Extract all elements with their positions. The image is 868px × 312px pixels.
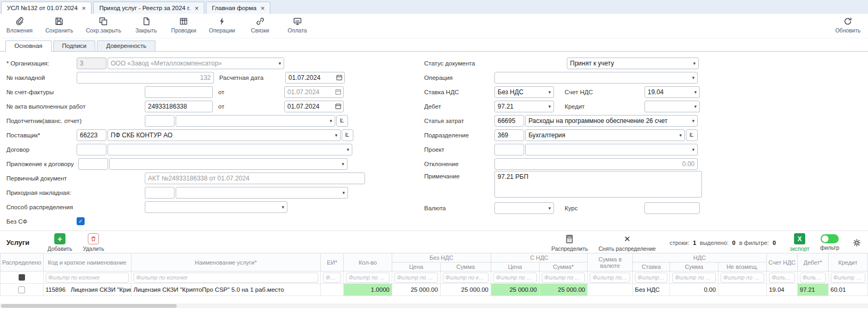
project-code-field[interactable] — [494, 144, 524, 155]
close-tab-icon[interactable]: × — [82, 5, 86, 12]
contract-select[interactable]: ▾ — [108, 144, 352, 155]
tab-attorney[interactable]: Доверенность — [97, 40, 155, 51]
add-row-button[interactable]: + Добавить — [47, 233, 72, 252]
no-sf-checkbox[interactable]: ✓ — [77, 217, 85, 225]
tab-signatures[interactable]: Подписи — [53, 40, 96, 51]
window-tab-registry[interactable]: Приход услуг - Реестр за 2024 г. × — [93, 2, 204, 14]
deviation-field[interactable] — [494, 158, 698, 170]
contract-annex-select[interactable]: ▾ — [109, 158, 348, 170]
col-header-unit[interactable]: ЕИ* — [320, 253, 343, 272]
col-header-vat-account[interactable]: Счет НДС — [766, 253, 797, 272]
tab-main[interactable]: Основная — [5, 40, 52, 52]
links-button[interactable]: Связки — [248, 16, 272, 34]
department-code-field[interactable] — [494, 129, 524, 141]
department-tree-button[interactable] — [686, 129, 698, 141]
filter-input-service[interactable] — [134, 273, 318, 283]
primary-document-field[interactable] — [145, 173, 365, 184]
service-row[interactable]: 115896 Лицензия СКЗИ "Крипто... Лицензия… — [1, 284, 868, 296]
filter-input-code[interactable] — [46, 273, 129, 283]
contract-code-field[interactable] — [77, 144, 106, 155]
organization-select[interactable]: ООО «Завод «Металлокомпенсатор» ▾ — [108, 58, 284, 69]
sf-number-field[interactable] — [145, 86, 213, 98]
operations-button[interactable]: Операции — [209, 16, 235, 34]
attachments-button[interactable]: Вложения — [6, 16, 32, 34]
filter-input-vat-nonrefund[interactable] — [721, 273, 764, 283]
save-button[interactable]: Сохранить — [45, 16, 73, 34]
cost-item-code-field[interactable] — [494, 115, 524, 127]
credit-select[interactable]: ▾ — [644, 101, 700, 112]
calendar-icon[interactable] — [336, 74, 343, 81]
scrollbar-thumb[interactable] — [1, 304, 177, 308]
col-header-price-no-vat[interactable]: Цена — [392, 262, 440, 272]
distribution-method-select[interactable]: ▾ — [145, 201, 287, 213]
col-header-service[interactable]: Наименование услуги* — [131, 253, 320, 272]
refresh-button[interactable]: Обновить — [835, 16, 861, 34]
close-button[interactable]: Закрыть — [134, 16, 159, 34]
receipt-invoice-select[interactable]: ▾ — [176, 187, 348, 199]
department-select[interactable]: Бухгалтерия ▾ — [525, 129, 685, 141]
organization-code-field[interactable] — [77, 58, 106, 69]
supplier-select[interactable]: ПФ СКБ КОНТУР АО ▾ — [108, 129, 341, 141]
accountable-code-field[interactable] — [145, 115, 175, 127]
supplier-code-field[interactable] — [77, 129, 106, 141]
calc-date-field[interactable]: 01.07.2024 — [285, 72, 345, 84]
col-header-vat-nonrefund[interactable]: Не возмещ. — [718, 262, 767, 272]
delete-row-button[interactable]: Удалить — [83, 233, 104, 252]
vat-account-select[interactable]: 19.04 ▾ — [644, 86, 700, 98]
col-header-vat-rate[interactable]: Ставка — [633, 262, 670, 272]
filter-input-vat-rate[interactable] — [635, 273, 667, 283]
col-header-price-with-vat[interactable]: Цена — [491, 262, 539, 272]
close-tab-icon[interactable]: × — [195, 5, 199, 12]
filter-input-unit[interactable] — [323, 273, 341, 283]
vat-rate-select[interactable]: Без НДС ▾ — [494, 86, 554, 98]
rate-field[interactable] — [644, 202, 700, 214]
filter-input-qty[interactable] — [346, 273, 390, 283]
col-header-sum-currency[interactable]: Сумма в валюте — [588, 253, 633, 272]
filter-input-debit[interactable] — [800, 273, 826, 283]
act-date-field[interactable]: 01.07.2024 — [284, 101, 344, 112]
col-header-sum-with-vat[interactable]: Сумма* — [539, 262, 588, 272]
row-checkbox[interactable] — [18, 286, 25, 293]
col-header-vat-sum[interactable]: Сумма — [670, 262, 718, 272]
col-header-qty[interactable]: Кол-во — [344, 253, 392, 272]
filter-input-vat-sum[interactable] — [672, 273, 716, 283]
filter-input-price-with-vat[interactable] — [493, 273, 537, 283]
document-status-select[interactable]: Принят к учету ▾ — [567, 58, 699, 69]
window-tab-document[interactable]: УСЛ №132 от 01.07.2024 × — [1, 2, 92, 14]
col-header-code[interactable]: Код и краткое наименование — [43, 253, 131, 272]
cost-item-select[interactable]: Расходы на программное обеспечение 26 сч… — [525, 115, 698, 127]
receipt-invoice-code-field[interactable] — [145, 187, 175, 199]
act-number-field[interactable] — [145, 101, 213, 112]
calendar-icon[interactable] — [335, 103, 342, 110]
accountable-select[interactable]: ▾ — [176, 115, 335, 127]
export-excel-button[interactable]: X экспорт — [790, 233, 809, 252]
debit-select[interactable]: 97.21 ▾ — [494, 101, 554, 112]
payment-button[interactable]: Оплата — [285, 16, 310, 34]
filter-input-sum-with-vat[interactable] — [542, 273, 585, 283]
accountable-tree-button[interactable] — [336, 115, 348, 127]
contract-annex-code-field[interactable] — [78, 158, 108, 170]
grid-settings-button[interactable] — [852, 234, 862, 252]
note-field[interactable]: 97.21 РБП — [494, 171, 702, 198]
currency-select[interactable]: ▾ — [494, 202, 554, 214]
invoice-number-field[interactable] — [77, 72, 214, 84]
filter-toggle-button[interactable]: фильтр — [820, 234, 839, 251]
save-close-button[interactable]: Сохр.закрыть — [86, 16, 121, 34]
filter-input-price-no-vat[interactable] — [394, 273, 438, 283]
filter-input-vat-account[interactable] — [769, 273, 795, 283]
distribute-button[interactable]: Распределить — [551, 233, 588, 252]
project-select[interactable]: ▾ — [525, 144, 698, 155]
col-header-debit[interactable]: Дебет* — [797, 253, 828, 272]
col-header-sum-no-vat[interactable]: Сумма — [440, 262, 491, 272]
filter-input-sum-currency[interactable] — [590, 273, 630, 283]
calendar-icon[interactable] — [335, 88, 342, 95]
horizontal-scrollbar[interactable] — [0, 303, 868, 308]
postings-button[interactable]: Проводки — [171, 16, 196, 34]
col-header-credit[interactable]: Кредит — [828, 253, 867, 272]
close-tab-icon[interactable]: × — [261, 5, 265, 12]
select-all-checkbox[interactable] — [19, 274, 25, 281]
sf-date-field[interactable]: 01.07.2024 — [284, 86, 344, 98]
col-header-distributed[interactable]: Распределено — [1, 253, 44, 272]
window-tab-main-form[interactable]: Главная форма × — [206, 2, 270, 14]
undistribute-button[interactable]: ✕ Снять распределение — [599, 233, 656, 252]
